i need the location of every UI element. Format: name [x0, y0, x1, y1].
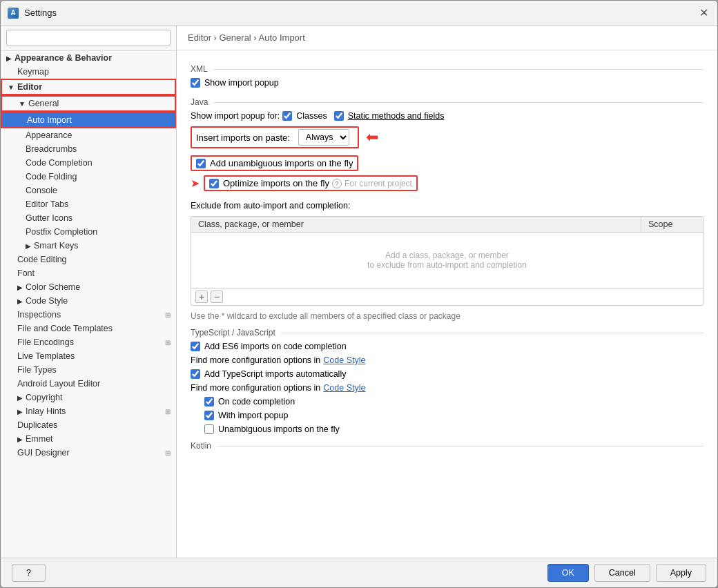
arrow-icon: ▶ [6, 55, 12, 62]
sidebar-label: Editor [17, 82, 42, 92]
add-unambiguous-row-boxed: Add unambiguous imports on the fly [191, 155, 358, 171]
close-button[interactable]: ✕ [697, 6, 710, 20]
arrow-annotation-1: ⬅ [366, 128, 378, 146]
show-import-popup-for-row: Show import popup for: Classes Static me… [191, 111, 704, 121]
exclude-table: Class, package, or member Scope Add a cl… [191, 216, 704, 306]
sidebar-item-file-types[interactable]: File Types [1, 363, 176, 377]
search-input[interactable] [6, 30, 171, 46]
sidebar-item-copyright[interactable]: ▶ Copyright [1, 391, 176, 404]
apply-button[interactable]: Apply [656, 564, 706, 582]
sidebar-item-code-editing[interactable]: Code Editing [1, 253, 176, 266]
sidebar-item-appearance[interactable]: Appearance [1, 128, 176, 142]
badge-icon: ⊞ [165, 339, 171, 346]
col-class-header: Class, package, or member [191, 217, 641, 232]
help-button[interactable]: ? [12, 564, 46, 582]
sidebar-item-auto-import[interactable]: Auto Import [1, 112, 176, 128]
sidebar-item-keymap[interactable]: Keymap [1, 65, 176, 79]
right-panel: Editor › General › Auto Import XML Show … [177, 26, 717, 558]
sidebar-label: Appearance & Behavior [14, 53, 112, 63]
sidebar-item-console[interactable]: Console [1, 184, 176, 197]
sidebar-item-android-layout-editor[interactable]: Android Layout Editor [1, 377, 176, 391]
sidebar-item-code-completion[interactable]: Code Completion [1, 156, 176, 170]
code-style-link-1[interactable]: Code Style [323, 355, 365, 365]
show-import-popup-checkbox[interactable] [191, 78, 200, 88]
add-typescript-label[interactable]: Add TypeScript imports automatically [191, 369, 346, 379]
sidebar-label: Auto Import [27, 115, 72, 125]
badge-icon: ⊞ [165, 449, 171, 457]
on-code-completion-row: On code completion [191, 397, 704, 406]
cancel-button[interactable]: Cancel [594, 564, 650, 582]
add-typescript-checkbox[interactable] [191, 369, 200, 379]
table-empty-line2: to exclude from auto-import and completi… [367, 260, 527, 270]
help-icon[interactable]: ? [332, 179, 342, 188]
breadcrumb: Editor › General › Auto Import [177, 26, 717, 50]
main-content: ▶ Appearance & Behavior Keymap ▼ Editor … [1, 26, 717, 558]
sidebar-item-code-style[interactable]: ▶ Code Style [1, 294, 176, 308]
arrow-icon: ▶ [17, 408, 23, 415]
remove-exclude-button[interactable]: − [211, 291, 223, 303]
sidebar-label: Gutter Icons [26, 213, 72, 223]
sidebar-item-smart-keys[interactable]: ▶ Smart Keys [1, 239, 176, 253]
on-code-completion-checkbox[interactable] [204, 397, 214, 406]
classes-label[interactable]: Classes [282, 111, 327, 121]
unambiguous-imports-checkbox[interactable] [204, 424, 214, 434]
on-code-completion-label[interactable]: On code completion [204, 397, 295, 406]
ok-button[interactable]: OK [547, 564, 589, 582]
insert-imports-dropdown[interactable]: Always Ask Never [298, 129, 349, 146]
sidebar-label: General [28, 99, 59, 108]
exclude-hint: Use the * wildcard to exclude all member… [191, 311, 704, 321]
sidebar-label: Color Scheme [26, 282, 80, 292]
add-es6-label[interactable]: Add ES6 imports on code completion [191, 342, 347, 351]
arrow-icon: ▶ [26, 242, 31, 250]
sidebar-item-color-scheme[interactable]: ▶ Color Scheme [1, 280, 176, 294]
classes-checkbox[interactable] [282, 111, 292, 121]
sidebar-label: Console [26, 186, 57, 195]
arrow-icon: ▼ [19, 100, 26, 108]
sidebar-item-code-folding[interactable]: Code Folding [1, 170, 176, 184]
sidebar-item-live-templates[interactable]: Live Templates [1, 349, 176, 363]
show-import-popup-label[interactable]: Show import popup [191, 78, 279, 88]
sidebar-item-appearance-behavior[interactable]: ▶ Appearance & Behavior [1, 51, 176, 65]
table-empty-line1: Add a class, package, or member [385, 251, 509, 260]
optimize-imports-row-boxed: Optimize imports on the fly ? For curren… [204, 175, 418, 191]
dialog-title: Settings [24, 8, 697, 18]
add-es6-checkbox[interactable] [191, 342, 200, 351]
sidebar-item-breadcrumbs[interactable]: Breadcrumbs [1, 142, 176, 156]
sidebar-label: Emmet [26, 434, 53, 444]
table-toolbar: + − [191, 288, 703, 305]
sidebar-item-editor[interactable]: ▼ Editor [1, 79, 176, 95]
code-style-link-2[interactable]: Code Style [323, 383, 365, 393]
sidebar-item-duplicates[interactable]: Duplicates [1, 418, 176, 432]
sidebar-item-file-encodings[interactable]: File Encodings ⊞ [1, 335, 176, 349]
kotlin-section-label: Kotlin [191, 441, 704, 451]
sidebar-item-gutter-icons[interactable]: Gutter Icons [1, 211, 176, 225]
sidebar-item-general[interactable]: ▼ General [1, 95, 176, 112]
table-header: Class, package, or member Scope [191, 217, 703, 233]
unambiguous-imports-row: Unambiguous imports on the fly [191, 424, 704, 434]
sidebar-item-editor-tabs[interactable]: Editor Tabs [1, 197, 176, 211]
add-unambiguous-checkbox[interactable] [196, 159, 206, 168]
arrow-annotation-2: ➤ [191, 177, 200, 190]
sidebar-label: Postfix Completion [26, 227, 97, 237]
sidebar-label: Inspections [17, 310, 61, 320]
optimize-imports-checkbox[interactable] [209, 179, 219, 188]
with-import-popup-label[interactable]: With import popup [204, 411, 288, 420]
xml-section-label: XML [191, 64, 704, 74]
sidebar-item-postfix-completion[interactable]: Postfix Completion [1, 225, 176, 239]
static-methods-checkbox[interactable] [334, 111, 344, 121]
sidebar-item-font[interactable]: Font [1, 266, 176, 280]
sidebar-item-inspections[interactable]: Inspections ⊞ [1, 308, 176, 322]
sidebar-item-inlay-hints[interactable]: ▶ Inlay Hints ⊞ [1, 404, 176, 418]
with-import-popup-checkbox[interactable] [204, 411, 214, 420]
sidebar-label: Copyright [26, 393, 63, 402]
unambiguous-imports-label[interactable]: Unambiguous imports on the fly [204, 424, 340, 434]
sidebar-item-emmet[interactable]: ▶ Emmet [1, 432, 176, 446]
add-exclude-button[interactable]: + [195, 291, 208, 303]
sidebar-item-file-code-templates[interactable]: File and Code Templates [1, 322, 176, 335]
sidebar-label: File Encodings [17, 337, 74, 347]
sidebar-item-gui-designer[interactable]: GUI Designer ⊞ [1, 446, 176, 460]
find-more-2-row: Find more configuration options in Code … [191, 383, 704, 393]
sidebar-label: Code Style [26, 296, 68, 306]
sidebar-label: Smart Keys [34, 241, 79, 251]
static-methods-label[interactable]: Static methods and fields [334, 111, 445, 121]
